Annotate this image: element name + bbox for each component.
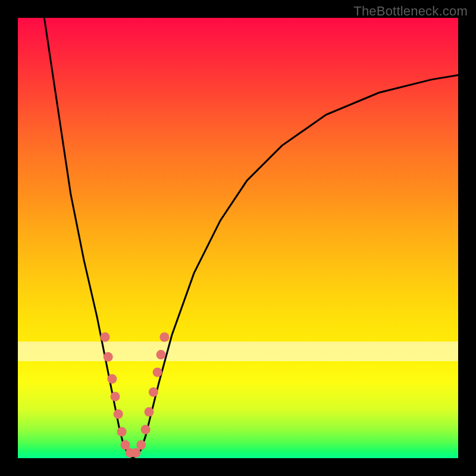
marker-dot <box>145 407 154 416</box>
marker-dots <box>101 333 170 458</box>
marker-dot <box>136 440 146 450</box>
marker-dot <box>114 409 123 419</box>
marker-dot <box>104 352 113 362</box>
marker-dot <box>121 440 130 450</box>
marker-dot <box>159 333 169 342</box>
bottleneck-curve <box>44 18 458 458</box>
marker-dot <box>153 368 162 377</box>
marker-dot <box>131 448 140 458</box>
marker-dot <box>111 392 120 401</box>
plot-area <box>18 18 458 458</box>
marker-dot <box>107 374 117 384</box>
marker-dot <box>141 425 151 434</box>
watermark-text: TheBottleneck.com <box>353 4 468 19</box>
marker-dot <box>156 350 166 359</box>
marker-dot <box>117 427 127 437</box>
marker-dot <box>149 387 158 397</box>
marker-dot <box>101 333 110 342</box>
curve-layer <box>18 18 458 458</box>
chart-frame: TheBottleneck.com <box>0 0 476 476</box>
